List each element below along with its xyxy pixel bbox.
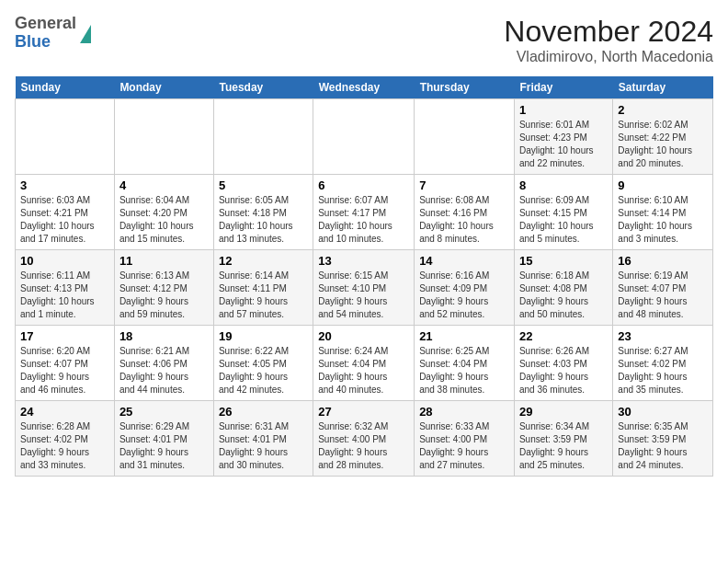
day-number: 28 xyxy=(419,405,509,419)
page-header: General Blue November 2024 Vladimirovo, … xyxy=(15,15,713,65)
calendar-cell: 20Sunrise: 6:24 AMSunset: 4:04 PMDayligh… xyxy=(313,326,415,401)
day-info: Sunrise: 6:24 AMSunset: 4:04 PMDaylight:… xyxy=(318,345,409,396)
day-number: 26 xyxy=(219,405,308,419)
calendar-cell: 23Sunrise: 6:27 AMSunset: 4:02 PMDayligh… xyxy=(613,326,713,401)
day-info: Sunrise: 6:13 AMSunset: 4:12 PMDaylight:… xyxy=(119,270,209,321)
calendar-week-row: 3Sunrise: 6:03 AMSunset: 4:21 PMDaylight… xyxy=(16,175,713,250)
day-number: 6 xyxy=(318,178,409,192)
day-info: Sunrise: 6:29 AMSunset: 4:01 PMDaylight:… xyxy=(119,420,209,472)
title-block: November 2024 Vladimirovo, North Macedon… xyxy=(504,15,713,65)
calendar-cell: 5Sunrise: 6:05 AMSunset: 4:18 PMDaylight… xyxy=(213,175,313,250)
day-info: Sunrise: 6:19 AMSunset: 4:07 PMDaylight:… xyxy=(618,270,708,321)
day-info: Sunrise: 6:03 AMSunset: 4:21 PMDaylight:… xyxy=(20,194,109,246)
day-info: Sunrise: 6:16 AMSunset: 4:09 PMDaylight:… xyxy=(419,270,509,321)
calendar-cell: 18Sunrise: 6:21 AMSunset: 4:06 PMDayligh… xyxy=(114,326,213,401)
day-info: Sunrise: 6:08 AMSunset: 4:16 PMDaylight:… xyxy=(419,194,509,246)
day-info: Sunrise: 6:25 AMSunset: 4:04 PMDaylight:… xyxy=(419,345,509,396)
weekday-header-friday: Friday xyxy=(514,76,612,99)
calendar-cell: 8Sunrise: 6:09 AMSunset: 4:15 PMDaylight… xyxy=(514,175,612,250)
calendar-cell: 30Sunrise: 6:35 AMSunset: 3:59 PMDayligh… xyxy=(613,401,713,477)
day-number: 23 xyxy=(618,329,708,343)
calendar-cell: 28Sunrise: 6:33 AMSunset: 4:00 PMDayligh… xyxy=(415,401,515,477)
calendar-cell: 14Sunrise: 6:16 AMSunset: 4:09 PMDayligh… xyxy=(415,250,515,326)
calendar-cell xyxy=(114,99,213,175)
calendar-cell: 19Sunrise: 6:22 AMSunset: 4:05 PMDayligh… xyxy=(213,326,313,401)
calendar-week-row: 17Sunrise: 6:20 AMSunset: 4:07 PMDayligh… xyxy=(16,326,713,401)
calendar-cell: 10Sunrise: 6:11 AMSunset: 4:13 PMDayligh… xyxy=(16,250,115,326)
day-number: 1 xyxy=(519,103,608,117)
weekday-header-wednesday: Wednesday xyxy=(313,76,415,99)
day-number: 8 xyxy=(519,178,608,192)
day-number: 4 xyxy=(119,178,209,192)
calendar-cell: 16Sunrise: 6:19 AMSunset: 4:07 PMDayligh… xyxy=(613,250,713,326)
day-number: 13 xyxy=(318,254,409,268)
day-number: 17 xyxy=(20,329,109,343)
calendar-cell: 11Sunrise: 6:13 AMSunset: 4:12 PMDayligh… xyxy=(114,250,213,326)
calendar-cell: 21Sunrise: 6:25 AMSunset: 4:04 PMDayligh… xyxy=(415,326,515,401)
calendar-cell: 27Sunrise: 6:32 AMSunset: 4:00 PMDayligh… xyxy=(313,401,415,477)
calendar-cell: 12Sunrise: 6:14 AMSunset: 4:11 PMDayligh… xyxy=(213,250,313,326)
day-number: 10 xyxy=(20,254,109,268)
day-info: Sunrise: 6:27 AMSunset: 4:02 PMDaylight:… xyxy=(618,345,708,396)
weekday-header-thursday: Thursday xyxy=(415,76,515,99)
calendar-cell: 7Sunrise: 6:08 AMSunset: 4:16 PMDaylight… xyxy=(415,175,515,250)
day-number: 16 xyxy=(618,254,708,268)
logo-general: General xyxy=(15,15,76,33)
calendar-cell: 4Sunrise: 6:04 AMSunset: 4:20 PMDaylight… xyxy=(114,175,213,250)
calendar-cell xyxy=(16,99,115,175)
calendar-cell: 2Sunrise: 6:02 AMSunset: 4:22 PMDaylight… xyxy=(613,99,713,175)
day-info: Sunrise: 6:26 AMSunset: 4:03 PMDaylight:… xyxy=(519,345,608,396)
calendar-cell: 17Sunrise: 6:20 AMSunset: 4:07 PMDayligh… xyxy=(16,326,115,401)
day-number: 22 xyxy=(519,329,608,343)
day-info: Sunrise: 6:10 AMSunset: 4:14 PMDaylight:… xyxy=(618,194,708,246)
calendar-subtitle: Vladimirovo, North Macedonia xyxy=(504,49,713,65)
day-info: Sunrise: 6:14 AMSunset: 4:11 PMDaylight:… xyxy=(219,270,308,321)
day-number: 30 xyxy=(618,405,708,419)
day-number: 15 xyxy=(519,254,608,268)
day-info: Sunrise: 6:15 AMSunset: 4:10 PMDaylight:… xyxy=(318,270,409,321)
calendar-cell xyxy=(213,99,313,175)
calendar-cell: 1Sunrise: 6:01 AMSunset: 4:23 PMDaylight… xyxy=(514,99,612,175)
day-info: Sunrise: 6:32 AMSunset: 4:00 PMDaylight:… xyxy=(318,420,409,472)
calendar-cell: 6Sunrise: 6:07 AMSunset: 4:17 PMDaylight… xyxy=(313,175,415,250)
day-info: Sunrise: 6:31 AMSunset: 4:01 PMDaylight:… xyxy=(219,420,308,472)
day-info: Sunrise: 6:05 AMSunset: 4:18 PMDaylight:… xyxy=(219,194,308,246)
day-info: Sunrise: 6:34 AMSunset: 3:59 PMDaylight:… xyxy=(519,420,608,472)
day-number: 25 xyxy=(119,405,209,419)
logo-blue: Blue xyxy=(15,33,76,52)
day-info: Sunrise: 6:02 AMSunset: 4:22 PMDaylight:… xyxy=(618,119,708,170)
logo: General Blue xyxy=(15,15,91,52)
calendar-cell: 3Sunrise: 6:03 AMSunset: 4:21 PMDaylight… xyxy=(16,175,115,250)
day-info: Sunrise: 6:18 AMSunset: 4:08 PMDaylight:… xyxy=(519,270,608,321)
day-number: 21 xyxy=(419,329,509,343)
weekday-header-row: SundayMondayTuesdayWednesdayThursdayFrid… xyxy=(16,76,713,99)
day-info: Sunrise: 6:20 AMSunset: 4:07 PMDaylight:… xyxy=(20,345,109,396)
day-number: 9 xyxy=(618,178,708,192)
calendar-cell: 25Sunrise: 6:29 AMSunset: 4:01 PMDayligh… xyxy=(114,401,213,477)
calendar-week-row: 24Sunrise: 6:28 AMSunset: 4:02 PMDayligh… xyxy=(16,401,713,477)
day-number: 7 xyxy=(419,178,509,192)
calendar-cell xyxy=(313,99,415,175)
day-info: Sunrise: 6:11 AMSunset: 4:13 PMDaylight:… xyxy=(20,270,109,321)
calendar-title: November 2024 xyxy=(504,15,713,49)
day-number: 14 xyxy=(419,254,509,268)
day-info: Sunrise: 6:04 AMSunset: 4:20 PMDaylight:… xyxy=(119,194,209,246)
day-number: 20 xyxy=(318,329,409,343)
weekday-header-sunday: Sunday xyxy=(16,76,115,99)
day-number: 2 xyxy=(618,103,708,117)
calendar-cell xyxy=(415,99,515,175)
calendar-week-row: 1Sunrise: 6:01 AMSunset: 4:23 PMDaylight… xyxy=(16,99,713,175)
calendar-cell: 26Sunrise: 6:31 AMSunset: 4:01 PMDayligh… xyxy=(213,401,313,477)
calendar-week-row: 10Sunrise: 6:11 AMSunset: 4:13 PMDayligh… xyxy=(16,250,713,326)
day-number: 5 xyxy=(219,178,308,192)
day-number: 27 xyxy=(318,405,409,419)
day-info: Sunrise: 6:35 AMSunset: 3:59 PMDaylight:… xyxy=(618,420,708,472)
logo-icon xyxy=(80,25,91,43)
day-info: Sunrise: 6:09 AMSunset: 4:15 PMDaylight:… xyxy=(519,194,608,246)
day-info: Sunrise: 6:21 AMSunset: 4:06 PMDaylight:… xyxy=(119,345,209,396)
calendar-table: SundayMondayTuesdayWednesdayThursdayFrid… xyxy=(15,76,713,477)
day-info: Sunrise: 6:07 AMSunset: 4:17 PMDaylight:… xyxy=(318,194,409,246)
day-number: 19 xyxy=(219,329,308,343)
day-info: Sunrise: 6:33 AMSunset: 4:00 PMDaylight:… xyxy=(419,420,509,472)
day-info: Sunrise: 6:28 AMSunset: 4:02 PMDaylight:… xyxy=(20,420,109,472)
